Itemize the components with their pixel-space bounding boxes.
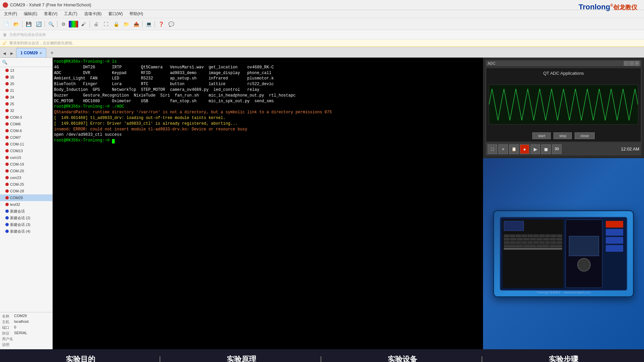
taskbar-icon-play[interactable]: ▶: [531, 144, 540, 154]
adc-close-btn2[interactable]: close: [575, 132, 595, 139]
session-item[interactable]: 20: [0, 80, 52, 87]
host-value: localhost: [14, 319, 29, 324]
session-dot: [5, 223, 9, 226]
menu-file[interactable]: 文件(F): [1, 10, 20, 17]
folder-btn[interactable]: 📁: [121, 20, 131, 28]
sidebar-search[interactable]: 🔍: [0, 58, 52, 67]
adc-minimize-btn[interactable]: −: [624, 61, 629, 66]
menu-edit[interactable]: 编辑(E): [21, 10, 40, 17]
menu-help[interactable]: 帮助(H): [127, 10, 146, 17]
nav-steps[interactable]: 实验步骤: [483, 349, 644, 362]
session-list: 13152021242532COM-3COM6COM-6COM7COM-11CO…: [0, 67, 52, 312]
refresh-btn[interactable]: 🔄: [34, 20, 43, 28]
nav-equipment[interactable]: 实验设备: [322, 349, 483, 362]
session-item[interactable]: test32: [0, 201, 52, 208]
session-label: COM-28: [10, 189, 24, 193]
host-label: 主机: [2, 319, 13, 324]
session-dot: [5, 189, 9, 193]
terminal-btn[interactable]: 💻: [144, 20, 153, 28]
session-dot: [5, 149, 9, 153]
taskbar-icon-files[interactable]: 📋: [509, 144, 519, 154]
info-btn[interactable]: 💬: [166, 20, 176, 28]
menu-tabs[interactable]: 选项卡(B): [82, 10, 104, 17]
tab-close-btn[interactable]: ×: [40, 51, 42, 55]
session-item[interactable]: com23: [0, 174, 52, 181]
svg-rect-0: [489, 85, 638, 124]
adc-stop-btn[interactable]: stop: [553, 132, 572, 139]
session-item[interactable]: COM-11: [0, 141, 52, 147]
session-item[interactable]: 15: [0, 74, 52, 80]
sep6: [155, 21, 155, 27]
session-item[interactable]: com15: [0, 154, 52, 161]
brush-btn[interactable]: 🖌: [79, 20, 88, 28]
session-item[interactable]: 24: [0, 94, 52, 101]
menu-view[interactable]: 查看(V): [41, 10, 60, 17]
terminal[interactable]: root@RK356x-Tronlong:~# ls4G DHT20 IRTP …: [53, 58, 483, 349]
session-item[interactable]: 25: [0, 101, 52, 107]
window-title: COM29 - Xshell 7 (Free for Home/School): [10, 2, 91, 7]
session-item[interactable]: 32: [0, 107, 52, 114]
taskbar-icon-desktop[interactable]: □: [488, 144, 497, 154]
tab-nav-right[interactable]: ▶: [9, 49, 15, 57]
taskbar-icon-close[interactable]: ×: [498, 144, 508, 154]
session-item[interactable]: 新建会话 (3): [0, 221, 52, 228]
new-btn[interactable]: 📄: [1, 20, 11, 28]
device-keyboard: [502, 220, 564, 288]
session-dot: [5, 203, 9, 206]
session-item[interactable]: COM29: [0, 194, 52, 201]
session-item[interactable]: 新建会话: [0, 208, 52, 215]
lock-btn[interactable]: 🔒: [111, 20, 121, 28]
taskbar-icon-3d[interactable]: 3D: [552, 144, 561, 154]
session-item[interactable]: COM-6: [0, 127, 52, 134]
menu-window[interactable]: 窗口(W): [106, 10, 125, 17]
save-btn[interactable]: 💾: [24, 20, 33, 28]
sidebar: 🔍 13152021242532COM-3COM6COM-6COM7COM-11…: [0, 58, 53, 349]
session-item[interactable]: COM6: [0, 121, 52, 127]
open-btn[interactable]: 📂: [11, 20, 21, 28]
session-item[interactable]: 21: [0, 87, 52, 94]
nav-principle[interactable]: 实验原理: [161, 349, 322, 362]
taskbar-icon-stop[interactable]: ◼: [541, 144, 551, 154]
taskbar-icon-circle[interactable]: ●: [520, 144, 529, 154]
adc-screen-area: ADC − □ × QT ADC Applications: [483, 58, 644, 158]
nav-purpose[interactable]: 实验目的: [0, 349, 161, 362]
session-item[interactable]: COM-28: [0, 188, 52, 194]
print-btn[interactable]: 🖨: [91, 20, 101, 28]
tab-label: 1 COM29: [20, 51, 38, 55]
fullscreen-btn[interactable]: ⛶: [101, 20, 111, 28]
adc-app-title: QT ADC Applications: [543, 71, 584, 76]
adc-win-buttons: − □ ×: [624, 61, 639, 66]
sep1: [22, 21, 22, 27]
search-btn[interactable]: 🔍: [46, 20, 56, 28]
terminal-line: 4G DHT20 IRTP Qt5Camera VenusMars1.wav g…: [54, 65, 482, 70]
settings-btn[interactable]: ⚙: [59, 20, 68, 28]
session-item[interactable]: COM-20: [0, 168, 52, 174]
sep2: [45, 21, 45, 27]
session-label: test32: [10, 202, 20, 206]
session-item[interactable]: COM-3: [0, 114, 52, 121]
adc-close-btn[interactable]: ×: [635, 61, 639, 66]
tab-nav-left[interactable]: ◀: [1, 49, 7, 57]
menu-tools[interactable]: 工具(T): [61, 10, 80, 17]
session-item[interactable]: 13: [0, 67, 52, 74]
active-tab[interactable]: 1 COM29 ×: [16, 48, 46, 57]
port-value: 0: [14, 325, 16, 330]
session-dot: [5, 82, 9, 85]
address-icon2: 🖊: [3, 41, 7, 46]
session-item[interactable]: COM-25: [0, 181, 52, 188]
session-item[interactable]: 新建会话 (2): [0, 215, 52, 221]
session-item[interactable]: COM-19: [0, 161, 52, 168]
terminal-cursor-line: root@RK356x-Tronlong:~#: [54, 138, 482, 143]
adc-title-label: ADC: [488, 61, 495, 65]
color-btn[interactable]: [69, 21, 78, 27]
name-value: COM29: [14, 314, 27, 319]
session-item[interactable]: COM13: [0, 147, 52, 154]
session-item[interactable]: COM7: [0, 134, 52, 141]
upload-btn[interactable]: 📤: [131, 20, 141, 28]
device-brand-text: Tronlong® 创龙教仪 www.tronlongtech.com: [537, 291, 591, 294]
tab-add-btn[interactable]: +: [48, 49, 56, 57]
session-item[interactable]: 新建会话 (4): [0, 228, 52, 235]
help-btn[interactable]: ❓: [156, 20, 166, 28]
adc-start-btn[interactable]: start: [532, 132, 551, 139]
adc-maximize-btn[interactable]: □: [629, 61, 634, 66]
